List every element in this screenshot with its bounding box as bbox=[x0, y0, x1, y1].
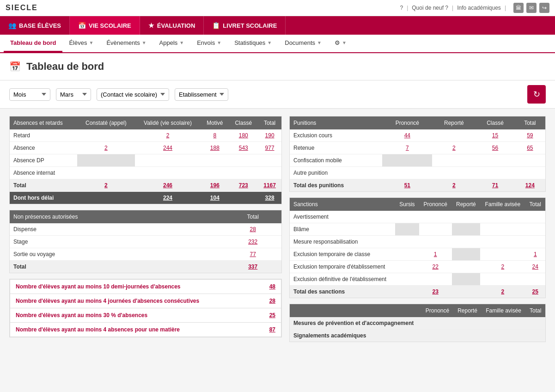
sanctions-total-row: Total des sanctions 23 2 25 bbox=[290, 286, 545, 298]
sanctions-header-label: Sanctions bbox=[290, 198, 395, 211]
row-label: Exclusion temporaire de classe bbox=[290, 248, 395, 261]
row-constate bbox=[77, 167, 135, 179]
row-prononce: 44 bbox=[382, 129, 432, 142]
sanctions-table: Sanctions Sursis Prononcé Reporté Famill… bbox=[290, 198, 545, 298]
logout-icon[interactable]: ↪ bbox=[539, 3, 549, 13]
total-valide: 246 bbox=[135, 179, 201, 192]
help-link[interactable]: ? bbox=[400, 5, 403, 11]
calendar-icon: 📅 bbox=[9, 61, 21, 72]
nav-evaluation-label: ÉVALUATION bbox=[157, 22, 195, 29]
alert-label: Nombre d'élèves ayant au moins 4 absence… bbox=[16, 326, 180, 333]
row-reporte bbox=[432, 154, 476, 167]
row-total: 190 bbox=[258, 129, 281, 142]
hors-delai-valide: 224 bbox=[135, 192, 201, 204]
signalements-label: Signalements académiques bbox=[290, 330, 421, 342]
hors-delai-row: Dont hors délai 224 104 328 bbox=[10, 192, 281, 204]
subnav-envois[interactable]: Envois ▼ bbox=[190, 35, 228, 52]
message-icon[interactable]: ✉ bbox=[526, 3, 537, 13]
row-label: Absence DP bbox=[10, 154, 77, 167]
settings-arrow: ▼ bbox=[342, 40, 347, 45]
subnav-documents[interactable]: Documents ▼ bbox=[278, 35, 328, 52]
row-sursis bbox=[395, 273, 419, 286]
sanctions-header-famille: Famille avisée bbox=[480, 198, 525, 211]
hors-delai-constate bbox=[77, 192, 135, 204]
nav-base-eleves[interactable]: 👥 BASE ÉLÈVES bbox=[0, 16, 70, 35]
absences-total-row: Total 2 246 196 723 1167 bbox=[10, 179, 281, 192]
table-row: Absence internat bbox=[10, 167, 281, 179]
alert-label: Nombre d'élèves ayant au moins 10 demi-j… bbox=[16, 283, 181, 290]
row-reporte bbox=[452, 223, 481, 236]
non-presences-header-label: Non présences autorisées bbox=[10, 210, 224, 223]
vie-scolaire-icon: 📅 bbox=[78, 22, 86, 29]
subnav-eleves[interactable]: Élèves ▼ bbox=[62, 35, 100, 52]
subnav-evenements[interactable]: Évènements ▼ bbox=[100, 35, 152, 52]
punitions-header-prononce: Prononcé bbox=[382, 116, 432, 129]
etablissement-select[interactable]: Etablissement bbox=[175, 88, 228, 101]
table-row: Exclusion temporaire d'établissement 22 … bbox=[290, 261, 545, 273]
row-reporte bbox=[452, 248, 481, 261]
refresh-button[interactable]: ↻ bbox=[527, 85, 546, 104]
row-classe: 15 bbox=[476, 129, 514, 142]
hors-delai-label: Dont hors délai bbox=[10, 192, 77, 204]
row-prononce bbox=[382, 154, 432, 167]
alert-value[interactable]: 48 bbox=[269, 283, 275, 290]
nav-livret-label: LIVRET SCOLAIRE bbox=[223, 22, 277, 29]
total-classe: 71 bbox=[476, 179, 514, 192]
absences-retards-section: Absences et retards Constaté (appel) Val… bbox=[9, 116, 282, 204]
period-value-select[interactable]: Mars Janvier Février Avril bbox=[56, 88, 91, 101]
evaluation-icon: ★ bbox=[148, 22, 154, 29]
row-motive bbox=[201, 154, 229, 167]
table-row: Sortie ou voyage 77 bbox=[10, 248, 281, 261]
info-academiques-link[interactable]: Info académiques bbox=[457, 5, 501, 11]
subnav-tableau-de-bord[interactable]: Tableau de bord bbox=[4, 35, 62, 52]
period-type-select[interactable]: Mois Trimestre Année bbox=[9, 88, 50, 101]
row-valide: 2 bbox=[135, 129, 201, 142]
right-column: Punitions Prononcé Reporté Classé Total … bbox=[289, 116, 546, 342]
content-area: Absences et retards Constaté (appel) Val… bbox=[0, 109, 555, 349]
alert-label: Nombre d'élèves ayant au moins 4 journée… bbox=[16, 298, 199, 304]
nav-vie-scolaire[interactable]: 📅 VIE SCOLAIRE bbox=[70, 16, 140, 35]
nav-evaluation[interactable]: ★ ÉVALUATION bbox=[140, 16, 204, 35]
alert-value[interactable]: 28 bbox=[269, 298, 275, 304]
punitions-header-label: Punitions bbox=[290, 116, 382, 129]
alert-row: Nombre d'élèves ayant au moins 4 absence… bbox=[10, 323, 281, 337]
row-famille bbox=[480, 211, 525, 223]
absences-header-constate: Constaté (appel) bbox=[77, 116, 135, 129]
row-label: Confiscation mobile bbox=[290, 154, 382, 167]
alert-row: Nombre d'élèves ayant au moins 30 % d'ab… bbox=[10, 308, 281, 323]
quoi-neuf-link[interactable]: Quoi de neuf ? bbox=[412, 5, 448, 11]
subnav-settings[interactable]: ⚙ ▼ bbox=[328, 35, 353, 52]
row-famille bbox=[480, 236, 525, 248]
alert-value[interactable]: 87 bbox=[269, 326, 275, 333]
mesures-header-label bbox=[290, 304, 421, 317]
row-famille bbox=[480, 248, 525, 261]
subnav-statistiques[interactable]: Statistiques ▼ bbox=[228, 35, 278, 52]
top-bar-icons: 🏛 ✉ ↪ bbox=[513, 3, 549, 13]
table-row: Exclusion cours 44 15 59 bbox=[290, 129, 545, 142]
mesures-label: Mesures de prévention et d'accompagnemen… bbox=[290, 317, 421, 330]
row-sursis bbox=[395, 261, 419, 273]
row-classe bbox=[229, 154, 258, 167]
row-label: Avertissement bbox=[290, 211, 395, 223]
sanctions-header-total: Total bbox=[525, 198, 545, 211]
total-total: 337 bbox=[224, 261, 281, 273]
row-label: Absence bbox=[10, 142, 77, 154]
row-reporte bbox=[452, 236, 481, 248]
signalements-total bbox=[525, 330, 545, 342]
alert-value[interactable]: 25 bbox=[269, 312, 275, 318]
subnav-appels[interactable]: Appels ▼ bbox=[153, 35, 191, 52]
sanctions-section: Sanctions Sursis Prononcé Reporté Famill… bbox=[289, 197, 546, 298]
table-row: Avertissement bbox=[290, 211, 545, 223]
row-label: Absence internat bbox=[10, 167, 77, 179]
row-motive: 188 bbox=[201, 142, 229, 154]
top-bar-right: ? | Quoi de neuf ? | Info académiques | … bbox=[400, 3, 549, 13]
row-prononce bbox=[382, 167, 432, 179]
contact-select[interactable]: (Contact vie scolaire) bbox=[97, 88, 169, 101]
evenements-arrow: ▼ bbox=[142, 40, 146, 45]
home-icon[interactable]: 🏛 bbox=[513, 3, 524, 13]
mesures-prononce bbox=[421, 317, 453, 330]
page-header: 📅 Tableau de bord bbox=[0, 53, 555, 80]
mesures-famille bbox=[482, 317, 526, 330]
total-total: 124 bbox=[515, 179, 545, 192]
nav-livret-scolaire[interactable]: 📋 LIVRET SCOLAIRE bbox=[204, 16, 286, 35]
